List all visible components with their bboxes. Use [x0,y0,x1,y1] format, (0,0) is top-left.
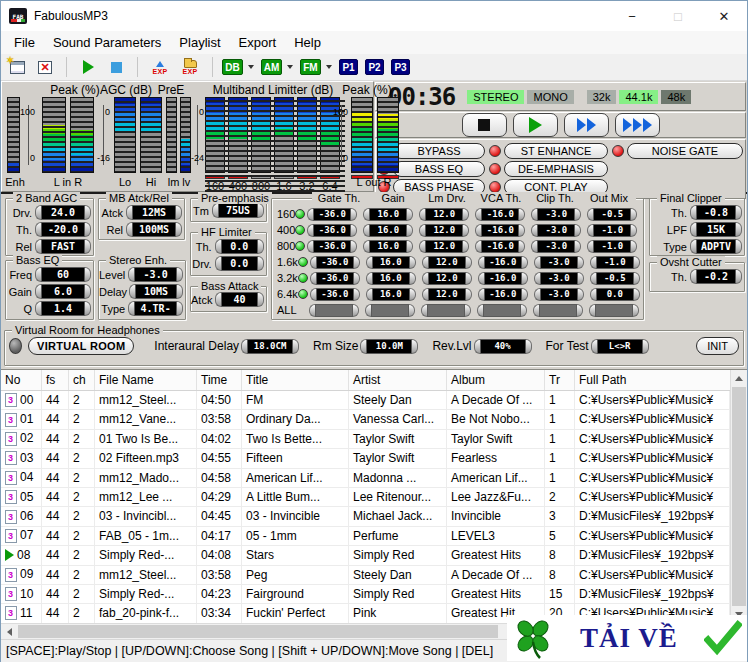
playlist-row[interactable]: 05 44 2 mm12_Lee ... 04:29 A Little Bum.… [1,488,730,507]
spin-up-button[interactable] [578,256,584,269]
playlist-column-header[interactable]: No [1,370,42,390]
spin-up-button[interactable] [465,304,471,317]
spin-up-button[interactable] [736,269,742,284]
spin-up-button[interactable] [85,301,91,316]
spin-up-button[interactable] [643,339,649,354]
spin-up-button[interactable] [633,304,639,317]
spin-up-button[interactable] [736,239,742,254]
spin-up-button[interactable] [575,224,581,237]
spin-up-button[interactable] [85,222,91,237]
spin-up-button[interactable] [407,240,413,253]
chevron-down-icon[interactable] [287,65,293,69]
playlist-row[interactable]: 03 44 2 02 Fifteen.mp3 04:55 Fifteen Tay… [1,449,730,468]
playlist-column-header[interactable]: Time [197,370,242,390]
fx-button[interactable]: BYPASS [393,143,485,159]
spin-up-button[interactable] [177,267,183,282]
db-mode-button[interactable]: DB [222,59,243,75]
band-led[interactable] [298,257,308,267]
spin-up-button[interactable] [410,288,416,301]
spin-up-button[interactable] [634,288,640,301]
spin-up-button[interactable] [351,240,357,253]
scroll-up-button[interactable] [731,370,747,387]
playlist-column-header[interactable]: Full Path [575,370,730,390]
toolbar-play-button[interactable] [76,56,100,78]
menu-item[interactable]: Help [285,33,330,52]
spin-up-button[interactable] [85,205,91,220]
spin-up-button[interactable] [463,240,469,253]
spin-up-button[interactable] [522,272,528,285]
playlist-row[interactable]: 04 44 2 mm12_Mado... 04:58 American Lif.… [1,469,730,488]
playlist-column-header[interactable]: fs [42,370,69,390]
spin-up-button[interactable] [521,304,527,317]
band-led[interactable] [298,273,308,283]
spin-up-button[interactable] [407,224,413,237]
spin-up-button[interactable] [634,272,640,285]
spin-up-button[interactable] [258,256,264,271]
playlist-column-header[interactable]: Album [447,370,545,390]
spin-up-button[interactable] [176,205,182,220]
playlist-column-header[interactable]: ch [69,370,95,390]
preset-3-button[interactable]: P3 [391,59,410,75]
spin-up-button[interactable] [736,222,742,237]
playlist-row[interactable]: 09 44 2 mm12_Steel... 03:58 Peg Steely D… [1,566,730,585]
delete-playlist-button[interactable]: ✕ [33,56,57,78]
spin-up-button[interactable] [522,256,528,269]
playlist-column-header[interactable]: File Name [95,370,197,390]
spin-up-button[interactable] [631,208,637,221]
spin-up-button[interactable] [410,256,416,269]
spin-up-button[interactable] [519,224,525,237]
fx-button[interactable]: NOISE GATE [627,143,743,159]
playlist-row[interactable]: 02 44 2 01 Two Is Be... 04:02 Two Is Bet… [1,430,730,449]
init-button[interactable]: INIT [696,337,739,355]
menu-item[interactable]: Export [230,33,286,52]
spin-up-button[interactable] [176,222,182,237]
close-button[interactable]: ✕ [701,1,747,31]
am-mode-button[interactable]: AM [261,59,282,75]
new-playlist-button[interactable] [5,56,29,78]
band-led[interactable] [295,209,305,219]
spin-up-button[interactable] [466,288,472,301]
menu-item[interactable]: Sound Parameters [44,33,170,52]
preset-1-button[interactable]: P1 [339,59,358,75]
spin-up-button[interactable] [258,203,264,218]
spin-up-button[interactable] [519,208,525,221]
spin-up-button[interactable] [351,224,357,237]
preset-2-button[interactable]: P2 [365,59,384,75]
spin-up-button[interactable] [351,208,357,221]
horizontal-scroll-thumb[interactable] [18,625,498,638]
spin-up-button[interactable] [578,272,584,285]
stop-button[interactable] [462,113,507,137]
playlist-row[interactable]: 06 44 2 03 - Invincibl... 04:45 03 - Inv… [1,507,730,526]
fm-mode-button[interactable]: FM [300,59,321,75]
spin-up-button[interactable] [526,339,532,354]
indicator-badge[interactable]: 44.1k [619,90,658,104]
playlist-row[interactable]: 10 44 2 Simply Red-... 04:23 Fairground … [1,585,730,604]
export-folder-button[interactable]: EXP [177,59,203,75]
spin-up-button[interactable] [575,208,581,221]
spin-up-button[interactable] [412,339,418,354]
playlist-column-header[interactable]: Tr [545,370,575,390]
spin-up-button[interactable] [631,224,637,237]
spin-up-button[interactable] [463,224,469,237]
playlist-row[interactable]: 07 44 2 FAB_05 - 1m... 04:17 05 - 1mm Pe… [1,527,730,546]
spin-up-button[interactable] [578,288,584,301]
spin-up-button[interactable] [258,292,264,307]
vertical-scrollbar[interactable] [730,370,747,623]
indicator-badge[interactable]: 48k [661,90,691,104]
spin-up-button[interactable] [736,205,742,220]
export-button[interactable]: EXP [147,59,173,75]
band-led[interactable] [295,241,305,251]
spin-up-button[interactable] [463,208,469,221]
minimize-button[interactable]: − [609,1,655,31]
spin-up-button[interactable] [354,256,360,269]
fx-button[interactable]: BASS EQ [393,161,485,177]
chevron-down-icon[interactable] [326,65,332,69]
playlist-row[interactable]: 00 44 2 mm12_Steel... 04:50 FM Steely Da… [1,391,730,410]
fx-button[interactable]: ST ENHANCE [504,143,608,159]
playlist-column-header[interactable]: Title [242,370,349,390]
menu-item[interactable]: File [5,33,44,52]
spin-up-button[interactable] [177,301,183,316]
indicator-badge[interactable]: MONO [527,90,573,104]
spin-up-button[interactable] [85,239,91,254]
spin-up-button[interactable] [577,304,583,317]
